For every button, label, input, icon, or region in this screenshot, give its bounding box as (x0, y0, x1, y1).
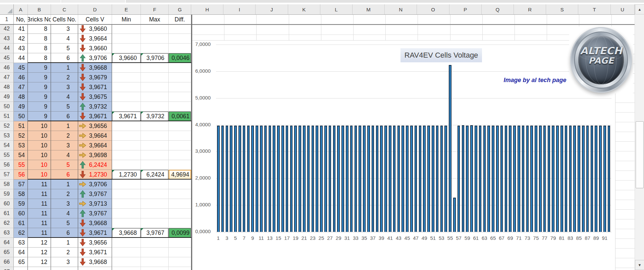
cell-cellno[interactable] (51, 267, 78, 270)
cell-diff[interactable] (169, 218, 191, 228)
cell-brick[interactable]: 8 (28, 53, 51, 63)
chart-bar-83[interactable] (569, 126, 572, 232)
col-title-cellsv[interactable]: Cells V (78, 15, 112, 24)
cell-max[interactable] (141, 102, 169, 112)
chart-bar-68[interactable] (505, 126, 507, 232)
chart-bar-59[interactable] (466, 126, 469, 232)
column-header-J[interactable]: J (256, 4, 288, 14)
cell-diff[interactable] (169, 160, 191, 170)
cell-voltage[interactable]: 3,9713 (78, 199, 112, 209)
scroll-down-button[interactable]: ▼ (635, 260, 644, 270)
col-title-min[interactable]: Min (112, 15, 141, 24)
cell-min[interactable] (112, 160, 141, 170)
cell-brick[interactable]: 11 (28, 189, 51, 199)
cell-voltage[interactable]: 3,9664 (78, 141, 112, 150)
cell-cellno[interactable]: 5 (51, 218, 78, 228)
row-header-54[interactable]: 54 (0, 141, 14, 150)
cell-brick[interactable]: 12 (28, 257, 51, 267)
cell-no[interactable]: 43 (14, 44, 28, 53)
cell-voltage[interactable]: 1,2730 (78, 170, 112, 180)
cell-brick[interactable]: 9 (28, 102, 51, 112)
cell-min[interactable] (112, 92, 141, 102)
chart-bar-80[interactable] (556, 126, 559, 232)
chart-bar-74[interactable] (530, 126, 533, 232)
cell-voltage[interactable]: 3,9656 (78, 121, 112, 131)
cell-max[interactable] (141, 131, 169, 141)
chart-bar-67[interactable] (500, 126, 503, 232)
column-header-N[interactable]: N (385, 4, 417, 14)
chart-bar-75[interactable] (535, 126, 537, 232)
cell-min[interactable] (112, 238, 141, 248)
cell-voltage[interactable]: 3,9679 (78, 73, 112, 82)
cell-no[interactable]: 50 (14, 112, 28, 121)
cell-min[interactable] (112, 141, 141, 150)
chart-bar-5[interactable] (234, 126, 237, 232)
chart-bar-55[interactable] (449, 65, 451, 232)
cell-cellno[interactable]: 1 (51, 121, 78, 131)
cell-min[interactable] (112, 199, 141, 209)
chart-bar-4[interactable] (230, 126, 232, 232)
chart-bar-63[interactable] (483, 126, 486, 232)
row-header-67[interactable]: 67 (0, 267, 14, 270)
cell-cellno[interactable]: 2 (51, 131, 78, 141)
cell-max[interactable] (141, 238, 169, 248)
chart-bar-89[interactable] (595, 126, 597, 232)
row-header-58[interactable]: 58 (0, 180, 14, 189)
cell-no[interactable]: 54 (14, 150, 28, 160)
chart-bar-7[interactable] (243, 126, 246, 232)
column-header-R[interactable]: R (514, 4, 546, 14)
row-header-48[interactable]: 48 (0, 82, 14, 92)
cell-cellno[interactable]: 1 (51, 63, 78, 73)
scroll-up-button[interactable]: ▲ (635, 4, 644, 14)
cell-min[interactable] (112, 209, 141, 218)
cell-cellno[interactable]: 4 (51, 150, 78, 160)
chart-bar-61[interactable] (475, 126, 477, 232)
cell-diff[interactable] (169, 102, 191, 112)
column-header-G[interactable]: G (169, 4, 191, 14)
select-all-corner[interactable] (0, 4, 14, 14)
chart-bar-71[interactable] (518, 126, 520, 232)
cell-voltage[interactable]: 3,9706 (78, 180, 112, 189)
cell-brick[interactable]: 11 (28, 228, 51, 238)
name-box[interactable] (0, 0, 61, 3)
cell-voltage[interactable]: 3,9668 (78, 218, 112, 228)
cell-brick[interactable]: 12 (28, 248, 51, 257)
cell-no[interactable]: 52 (14, 131, 28, 141)
cell-no[interactable] (14, 267, 28, 270)
cell-cellno[interactable]: 6 (51, 112, 78, 121)
column-header-U[interactable]: U (611, 4, 635, 14)
cell-voltage[interactable]: 3,9698 (78, 150, 112, 160)
cell-no[interactable]: 56 (14, 170, 28, 180)
cell-min[interactable] (112, 102, 141, 112)
row-header-64[interactable]: 64 (0, 238, 14, 248)
row-header-44[interactable]: 44 (0, 44, 14, 53)
cell-min[interactable]: 3,9660 (112, 53, 141, 63)
cell-min[interactable] (112, 257, 141, 267)
chart-bar-66[interactable] (496, 126, 499, 232)
cell-voltage[interactable]: 3,9767 (78, 209, 112, 218)
cell-min[interactable] (112, 248, 141, 257)
chart-bar-36[interactable] (367, 126, 370, 232)
chart-bar-48[interactable] (419, 126, 422, 232)
chart-bar-73[interactable] (526, 126, 529, 232)
cell-no[interactable]: 60 (14, 209, 28, 218)
cell-brick[interactable]: 11 (28, 218, 51, 228)
row-header-61[interactable]: 61 (0, 209, 14, 218)
chart-bar-76[interactable] (539, 126, 542, 232)
cell-min[interactable]: 3,9671 (112, 112, 141, 121)
chart-bar-46[interactable] (410, 126, 413, 232)
cell-no[interactable]: 45 (14, 63, 28, 73)
cell-cellno[interactable]: 2 (51, 73, 78, 82)
cell-diff[interactable] (169, 209, 191, 218)
cell-diff[interactable] (169, 238, 191, 248)
chart-bar-17[interactable] (286, 126, 288, 232)
cell-cellno[interactable]: 4 (51, 209, 78, 218)
cell-no[interactable]: 53 (14, 141, 28, 150)
col-title-no[interactable]: No, (14, 15, 28, 24)
column-header-O[interactable]: O (417, 4, 449, 14)
cell-no[interactable]: 62 (14, 228, 28, 238)
chart-bar-21[interactable] (303, 126, 306, 232)
col-title-cells[interactable]: Cells No. (51, 15, 78, 24)
row-header-66[interactable]: 66 (0, 257, 14, 267)
cell-max[interactable] (141, 34, 169, 44)
